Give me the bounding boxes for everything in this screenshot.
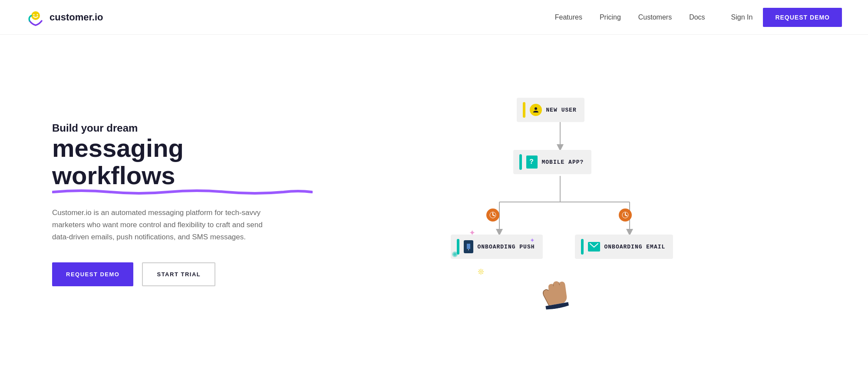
hero-buttons: REQUEST DEMO START TRIAL <box>52 262 313 286</box>
mobile-icon <box>464 240 473 253</box>
nav-right: Sign In REQUEST DEMO <box>731 8 842 27</box>
sparkle-3: ❊ <box>478 267 484 277</box>
sparkle-1: ✦ <box>469 228 475 238</box>
workflow-node-mobile-app: ? MOBILE APP? <box>513 150 592 174</box>
nav-pricing[interactable]: Pricing <box>600 13 621 21</box>
accent-bar-email <box>581 239 584 255</box>
workflow-node-onboarding-push: ONBOARDING PUSH <box>451 235 543 259</box>
logo-text: customer.io <box>50 12 103 23</box>
hero-request-demo-button[interactable]: REQUEST DEMO <box>52 262 133 286</box>
question-icon: ? <box>526 156 538 169</box>
email-icon <box>588 242 600 252</box>
logo[interactable]: customer.io <box>26 8 103 27</box>
navbar: customer.io Features Pricing Customers D… <box>0 0 868 35</box>
nav-request-demo-button[interactable]: REQUEST DEMO <box>763 8 842 27</box>
svg-point-0 <box>31 11 40 20</box>
svg-point-2 <box>37 14 38 15</box>
sign-in-link[interactable]: Sign In <box>731 13 753 21</box>
underline-squiggle <box>52 189 313 195</box>
clock-right <box>619 209 632 222</box>
hero-subtext: Customer.io is an automated messaging pl… <box>52 207 278 243</box>
workflow-node-new-user: NEW USER <box>517 98 584 122</box>
hero-heading-line1: Build your dream <box>52 122 138 134</box>
sparkle-2: ✺ <box>452 250 458 259</box>
hero-right: NEW USER ? MOBILE APP? <box>313 74 842 334</box>
hero-heading-line2: messaging workflows <box>52 134 313 190</box>
node-new-user-label: NEW USER <box>546 107 577 113</box>
accent-bar-teal <box>519 154 522 170</box>
logo-icon <box>26 8 45 27</box>
hero-section: Build your dream messaging workflows Cus… <box>0 35 868 374</box>
hero-left: Build your dream messaging workflows Cus… <box>52 122 313 287</box>
node-onboarding-push-label: ONBOARDING PUSH <box>478 244 535 250</box>
svg-point-19 <box>468 249 469 250</box>
node-mobile-app-label: MOBILE APP? <box>542 159 584 165</box>
hero-start-trial-button[interactable]: START TRIAL <box>142 262 215 286</box>
node-onboarding-email-label: ONBOARDING EMAIL <box>604 244 666 250</box>
nav-features[interactable]: Features <box>555 13 582 21</box>
nav-customers[interactable]: Customers <box>638 13 672 21</box>
nav-docs[interactable]: Docs <box>689 13 705 21</box>
nav-links: Features Pricing Customers Docs <box>555 13 705 21</box>
user-icon <box>530 104 542 116</box>
svg-point-8 <box>535 107 537 110</box>
cursor-hand <box>535 272 572 318</box>
workflow-diagram: NEW USER ? MOBILE APP? <box>443 85 712 324</box>
hero-heading: Build your dream messaging workflows <box>52 122 313 190</box>
accent-bar-yellow <box>523 102 525 118</box>
svg-rect-18 <box>467 244 470 249</box>
clock-left <box>486 209 499 222</box>
sparkle-4: ✦ <box>530 237 535 244</box>
workflow-node-onboarding-email: ONBOARDING EMAIL <box>575 235 673 259</box>
svg-point-1 <box>33 14 35 15</box>
